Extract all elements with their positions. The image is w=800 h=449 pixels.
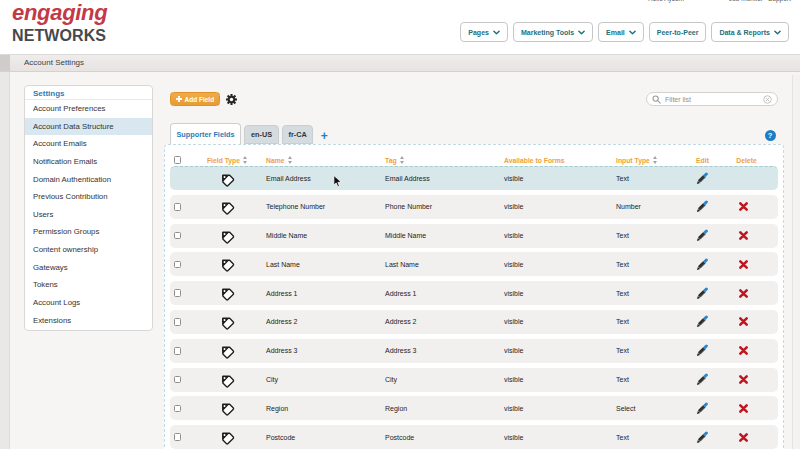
sidebar-item[interactable]: Domain Authentication [25, 171, 152, 189]
field-available: visible [500, 405, 612, 412]
edit-pencil-icon[interactable] [696, 315, 709, 328]
row-checkbox[interactable] [174, 203, 182, 211]
edit-pencil-icon[interactable] [696, 287, 709, 300]
field-type-tag-icon [219, 285, 235, 301]
help-icon[interactable]: ? [765, 130, 776, 141]
sidebar-item[interactable]: Users [25, 206, 152, 224]
field-available: visible [500, 376, 612, 383]
table-row[interactable]: Email Address Email Address visible Text [170, 166, 778, 190]
delete-x-icon[interactable] [739, 231, 748, 240]
sidebar-item[interactable]: Tokens [25, 276, 152, 294]
field-type-tag-icon [219, 400, 235, 416]
column-header-input-type[interactable]: Input Type [612, 156, 690, 164]
field-input-type: Text [612, 175, 690, 182]
delete-x-icon[interactable] [739, 260, 748, 269]
row-checkbox[interactable] [174, 318, 182, 326]
column-header-available: Available to Forms [500, 157, 612, 164]
sidebar-item[interactable]: Notification Emails [25, 153, 152, 171]
clear-filter-icon[interactable] [763, 95, 772, 104]
field-name: Middle Name [262, 232, 380, 239]
sidebar-item[interactable]: Permission Groups [25, 223, 152, 241]
sidebar-item[interactable]: Extensions [25, 312, 152, 330]
delete-x-icon[interactable] [739, 202, 748, 211]
delete-x-icon[interactable] [739, 346, 748, 355]
table-row[interactable]: Address 2 Address 2 visible Text [170, 310, 778, 334]
sidebar-item[interactable]: Account Logs [25, 294, 152, 312]
filter-input[interactable] [661, 96, 763, 103]
field-type-tag-icon [219, 372, 235, 388]
field-input-type: Text [612, 434, 690, 441]
edit-pencil-icon[interactable] [696, 258, 709, 271]
top-link-support[interactable]: Support [768, 0, 791, 2]
column-header-name[interactable]: Name [262, 156, 380, 164]
sort-icon [288, 156, 292, 164]
select-all-checkbox[interactable] [174, 156, 182, 164]
row-checkbox[interactable] [174, 376, 182, 384]
row-checkbox[interactable] [174, 289, 182, 297]
nav-button[interactable]: Data & Reports [711, 22, 789, 42]
field-name: Address 3 [262, 347, 380, 354]
sidebar-item[interactable]: Content ownership [25, 241, 152, 259]
scrollbar-gutter[interactable] [792, 75, 800, 449]
table-row[interactable]: Address 1 Address 1 visible Text [170, 281, 778, 305]
row-checkbox[interactable] [174, 433, 182, 441]
edit-pencil-icon[interactable] [696, 402, 709, 415]
field-input-type: Text [612, 376, 690, 383]
edit-pencil-icon[interactable] [696, 344, 709, 357]
table-row[interactable]: Middle Name Middle Name visible Text [170, 224, 778, 248]
delete-x-icon[interactable] [739, 375, 748, 384]
edit-pencil-icon[interactable] [696, 373, 709, 386]
table-row[interactable]: Address 3 Address 3 visible Text [170, 339, 778, 363]
delete-x-icon[interactable] [739, 433, 748, 442]
top-link-job-monitor[interactable]: Job monitor [729, 0, 763, 2]
field-available: visible [500, 232, 612, 239]
column-header-field-type[interactable]: Field Type [192, 156, 262, 164]
tab[interactable]: en-US [244, 125, 278, 144]
tab[interactable]: fr-CA [282, 125, 313, 144]
sidebar-item[interactable]: Account Preferences [25, 100, 152, 118]
mouse-cursor [333, 175, 342, 188]
nav-button[interactable]: Pages [460, 22, 508, 42]
column-header-tag[interactable]: Tag [380, 156, 500, 164]
field-name: Address 1 [262, 290, 380, 297]
delete-x-icon[interactable] [739, 289, 748, 298]
edit-pencil-icon[interactable] [696, 431, 709, 444]
nav-button[interactable]: Email [598, 22, 644, 42]
gear-icon[interactable] [225, 93, 238, 106]
field-name: Telephone Number [262, 203, 380, 210]
add-field-button[interactable]: Add Field [170, 92, 220, 106]
field-tag: Postcode [380, 434, 500, 441]
nav-button[interactable]: Peer-to-Peer [649, 22, 707, 42]
row-checkbox[interactable] [174, 405, 182, 413]
table-row[interactable]: Last Name Last Name visible Text [170, 252, 778, 276]
edit-pencil-icon[interactable] [696, 229, 709, 242]
plus-icon [176, 96, 182, 102]
table-row[interactable]: Region Region visible Select [170, 396, 778, 420]
table-row[interactable]: City City visible Text [170, 368, 778, 392]
tab[interactable]: Supporter Fields [170, 123, 241, 144]
field-input-type: Text [612, 232, 690, 239]
edit-pencil-icon[interactable] [696, 172, 709, 185]
sidebar-item[interactable]: Gateways [25, 259, 152, 277]
row-checkbox[interactable] [174, 261, 182, 269]
top-link-greeting[interactable]: Hello Aysem [648, 0, 684, 2]
add-tab-button[interactable]: + [321, 131, 328, 141]
chevron-down-icon [493, 30, 500, 35]
sort-icon [243, 156, 247, 164]
edit-pencil-icon[interactable] [696, 200, 709, 213]
row-checkbox[interactable] [174, 347, 182, 355]
sidebar-item[interactable]: Account Data Structure [25, 118, 152, 136]
table-row[interactable]: Postcode Postcode visible Text [170, 425, 778, 449]
delete-x-icon[interactable] [739, 317, 748, 326]
table-row[interactable]: Telephone Number Phone Number visible Nu… [170, 195, 778, 219]
sidebar-item[interactable]: Account Emails [25, 135, 152, 153]
row-checkbox[interactable] [174, 232, 182, 240]
field-type-tag-icon [219, 256, 235, 272]
column-header-delete: Delete [715, 157, 778, 164]
sidebar-title: Settings [25, 86, 152, 100]
top-header: Hello Aysem Job monitor Support engaging… [0, 0, 800, 54]
sidebar-item[interactable]: Previous Contribution [25, 188, 152, 206]
main-nav: Pages Marketing Tools Email Peer-to-Peer [460, 22, 789, 42]
delete-x-icon[interactable] [739, 404, 748, 413]
nav-button[interactable]: Marketing Tools [513, 22, 593, 42]
